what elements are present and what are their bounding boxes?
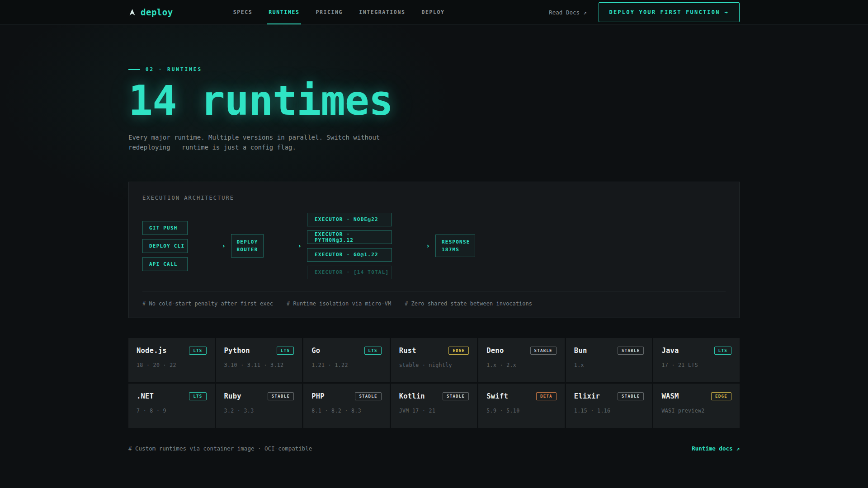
brand-name: deploy: [141, 7, 173, 17]
runtime-card-rust: Rust EDGE stable · nightly: [391, 338, 477, 382]
runtime-card-kotlin: Kotlin STABLE JVM 17 · 21: [391, 384, 477, 428]
runtime-name: Node.js: [137, 347, 167, 355]
runtime-card-dotnet: .NET LTS 7 · 8 · 9: [128, 384, 215, 428]
runtime-versions: 17 · 21 LTS: [661, 362, 731, 368]
runtime-card-wasm: WASM EDGE WASI preview2: [653, 384, 740, 428]
runtime-versions: 8.1 · 8.2 · 8.3: [311, 408, 382, 414]
nav-item-pricing[interactable]: PRICING: [307, 0, 351, 24]
flow-box-router: DEPLOY ROUTER: [231, 234, 264, 258]
nav-item-integrations[interactable]: INTEGRATIONS: [351, 0, 413, 24]
flow-box-git-push: GIT PUSH: [142, 221, 188, 235]
runtime-docs-label: Runtime docs: [692, 445, 732, 452]
status-badge: LTS: [189, 347, 206, 355]
runtime-card-php: PHP STABLE 8.1 · 8.2 · 8.3: [303, 384, 390, 428]
flow-sources-column: GIT PUSH DEPLOY CLI API CALL: [142, 221, 188, 271]
runtime-versions: WASI preview2: [661, 408, 731, 414]
panel-title: EXECUTION ARCHITECTURE: [142, 195, 726, 201]
runtime-name: Elixir: [574, 392, 600, 400]
main-nav: SPECS RUNTIMES PRICING INTEGRATIONS DEPL…: [225, 0, 453, 24]
status-badge: STABLE: [355, 392, 381, 400]
status-badge: LTS: [277, 347, 294, 355]
runtime-versions: JVM 17 · 21: [399, 408, 469, 414]
panel-note: # Runtime isolation via micro-VM: [287, 300, 391, 307]
runtime-name: WASM: [661, 392, 679, 400]
top-nav: deploy SPECS RUNTIMES PRICING INTEGRATIO…: [0, 0, 868, 25]
runtime-name: PHP: [311, 392, 325, 400]
hero: 02 · RUNTIMES 14 runtimes Every major ru…: [128, 25, 740, 153]
panel-divider: [142, 291, 726, 291]
runtime-versions: 3.2 · 3.3: [224, 408, 294, 414]
external-link-icon: ↗: [583, 9, 587, 16]
flow-box-executor-go: EXECUTOR · GO@1.22: [307, 248, 392, 262]
runtime-grid: Node.js LTS 18 · 20 · 22 Python LTS 3.10…: [128, 338, 740, 428]
runtime-versions: stable · nightly: [399, 362, 469, 368]
flow-box-response: RESPONSE 187MS: [435, 235, 475, 257]
runtime-versions: 1.x · 2.x: [486, 362, 557, 368]
kicker-dash: [128, 69, 140, 70]
arrow-line: [397, 246, 425, 246]
runtime-versions: 1.15 · 1.16: [574, 408, 644, 414]
execution-flow-diagram: GIT PUSH DEPLOY CLI API CALL › DEPLOY RO…: [142, 213, 726, 279]
runtime-docs-link[interactable]: Runtime docs ↗: [692, 445, 740, 452]
arrow-right-icon: →: [725, 9, 729, 15]
read-docs-link[interactable]: Read Docs ↗: [549, 9, 586, 16]
runtime-name: Kotlin: [399, 392, 425, 400]
rocket-icon: [128, 9, 136, 16]
panel-notes: # No cold-start penalty after first exec…: [142, 300, 726, 307]
runtime-name: .NET: [137, 392, 154, 400]
nav-item-runtimes[interactable]: RUNTIMES: [260, 0, 307, 24]
runtime-versions: 5.9 · 5.10: [486, 408, 557, 414]
status-badge: EDGE: [448, 347, 469, 355]
status-badge: LTS: [714, 347, 731, 355]
section-footer: # Custom runtimes via container image · …: [128, 445, 740, 452]
runtime-card-ruby: Ruby STABLE 3.2 · 3.3: [216, 384, 302, 428]
runtime-versions: 1.21 · 1.22: [311, 362, 382, 368]
runtime-name: Ruby: [224, 392, 241, 400]
runtime-card-swift: Swift BETA 5.9 · 5.10: [478, 384, 565, 428]
arrow-line: [193, 246, 221, 246]
runtime-versions: 1.x: [574, 362, 644, 368]
runtime-name: Go: [311, 347, 320, 355]
runtime-versions: 7 · 8 · 9: [137, 408, 207, 414]
status-badge: STABLE: [443, 392, 469, 400]
status-badge: LTS: [189, 392, 206, 400]
runtime-name: Java: [661, 347, 679, 355]
chevron-right-icon: ›: [426, 243, 430, 249]
chevron-right-icon: ›: [222, 243, 226, 249]
deploy-cta-button[interactable]: DEPLOY YOUR FIRST FUNCTION →: [599, 2, 740, 22]
runtime-card-python: Python LTS 3.10 · 3.11 · 3.12: [216, 338, 302, 382]
runtime-name: Deno: [486, 347, 504, 355]
runtime-versions: 18 · 20 · 22: [137, 362, 207, 368]
nav-item-specs[interactable]: SPECS: [225, 0, 261, 24]
page-subtitle: Every major runtime. Multiple versions i…: [128, 132, 740, 153]
flow-box-executor-node: EXECUTOR · NODE@22: [307, 213, 392, 226]
nav-item-deploy[interactable]: DEPLOY: [413, 0, 453, 24]
external-link-icon: ↗: [736, 445, 740, 452]
flow-box-executor-python: EXECUTOR · PYTHON@3.12: [307, 230, 392, 244]
flow-box-api-call: API CALL: [142, 257, 188, 271]
runtime-name: Bun: [574, 347, 587, 355]
runtime-name: Rust: [399, 347, 416, 355]
flow-box-executor-total: EXECUTOR · [14 TOTAL]: [307, 266, 392, 279]
panel-note: # Zero shared state between invocations: [405, 300, 532, 307]
flow-box-deploy-cli: DEPLOY CLI: [142, 239, 188, 253]
brand-logo[interactable]: deploy: [128, 7, 173, 17]
chevron-right-icon: ›: [298, 243, 302, 249]
custom-runtimes-note: # Custom runtimes via container image · …: [128, 445, 312, 452]
runtime-card-java: Java LTS 17 · 21 LTS: [653, 338, 740, 382]
arrow-line: [269, 246, 297, 246]
runtime-versions: 3.10 · 3.11 · 3.12: [224, 362, 294, 368]
runtime-name: Python: [224, 347, 250, 355]
runtime-card-bun: Bun STABLE 1.x: [566, 338, 652, 382]
flow-arrow: ›: [392, 243, 435, 249]
flow-arrow: ›: [188, 243, 231, 249]
runtime-card-nodejs: Node.js LTS 18 · 20 · 22: [128, 338, 215, 382]
flow-arrow: ›: [264, 243, 307, 249]
status-badge: STABLE: [618, 347, 644, 355]
runtime-card-elixir: Elixir STABLE 1.15 · 1.16: [566, 384, 652, 428]
panel-note: # No cold-start penalty after first exec: [142, 300, 273, 307]
status-badge: LTS: [364, 347, 382, 355]
read-docs-label: Read Docs: [549, 9, 580, 16]
execution-architecture-panel: EXECUTION ARCHITECTURE GIT PUSH DEPLOY C…: [128, 182, 740, 318]
status-badge: EDGE: [711, 392, 731, 400]
